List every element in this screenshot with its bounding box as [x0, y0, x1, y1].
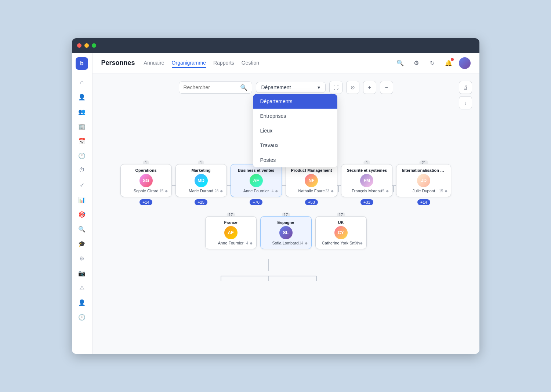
- main-content: Personnes Annuaire Organigramme Rapports…: [93, 53, 479, 354]
- nav-annuaire[interactable]: Annuaire: [144, 58, 164, 68]
- intl-col: 21 Internationalisation Business St... J…: [396, 164, 451, 205]
- ops-wrapper: 1 Opérations SG Sophie Girard 15 ☻: [120, 164, 172, 197]
- sec-title: Sécurité et systèmes: [347, 168, 387, 173]
- mkt-col: 1 Marketing MD Marie Durand 28 ☻ +25: [175, 164, 227, 205]
- intl-wrapper: 21 Internationalisation Business St... J…: [396, 164, 451, 197]
- sidebar-item-user[interactable]: 👤: [75, 296, 88, 309]
- refresh-button[interactable]: ↻: [427, 57, 438, 69]
- intl-avatar: JD: [417, 174, 430, 187]
- uk-col: 17 UK CY Catherine York Smith 24 ☻: [315, 216, 367, 249]
- sec-people: 15 ☻: [380, 189, 389, 193]
- sidebar-item-org[interactable]: 🏢: [75, 120, 88, 133]
- dropdown-option-departements[interactable]: Départements: [253, 94, 337, 109]
- app-layout: b ⌂ 👤 👥 🏢 📅 🕐 ⏱ ✓ 📊 🎯 🔍 🎓 ⚙ 📷 ⚠ 👤 🕑 Pers…: [72, 53, 479, 354]
- user-avatar[interactable]: [459, 57, 471, 69]
- logo[interactable]: b: [76, 57, 88, 70]
- pm-node[interactable]: Product Management NF Nathalie Faure 23 …: [286, 164, 338, 197]
- dropdown-option-travaux[interactable]: Travaux: [253, 138, 337, 153]
- add-button[interactable]: +: [363, 81, 376, 94]
- ops-node[interactable]: Opérations SG Sophie Girard 15 ☻: [120, 164, 172, 197]
- sidebar-item-alert[interactable]: ⚠: [75, 281, 88, 294]
- settings-button[interactable]: ⚙: [410, 57, 422, 69]
- sec-wrapper: 1 Sécurité et systèmes FM François Morea…: [341, 164, 392, 197]
- level2-row: 1 Opérations SG Sophie Girard 15 ☻ +14: [100, 164, 472, 205]
- uk-node[interactable]: UK CY Catherine York Smith 24 ☻: [315, 216, 367, 249]
- sidebar-item-clock[interactable]: 🕐: [75, 149, 88, 162]
- ops-title: Opérations: [126, 168, 166, 173]
- ops-avatar: SG: [139, 174, 153, 187]
- remove-button[interactable]: −: [380, 81, 393, 94]
- nav-organigramme[interactable]: Organigramme: [172, 58, 206, 68]
- dropdown-label: Département: [261, 84, 291, 90]
- pm-wrapper: 1 Product Management NF Nathalie Faure 2…: [286, 164, 338, 197]
- sidebar-item-check[interactable]: ✓: [75, 178, 88, 192]
- mkt-title: Marketing: [181, 168, 221, 173]
- page-title: Personnes: [101, 59, 135, 67]
- espagne-node[interactable]: Espagne SL Sofia Lombardi 14 ☻: [260, 216, 312, 249]
- sidebar-item-grad[interactable]: 🎓: [75, 237, 88, 250]
- intl-title: Internationalisation Business St...: [402, 168, 446, 173]
- mkt-wrapper: 1 Marketing MD Marie Durand 28 ☻: [175, 164, 227, 197]
- espagne-title: Espagne: [266, 220, 306, 225]
- biz-expand[interactable]: +70: [250, 199, 262, 205]
- intl-expand[interactable]: +14: [417, 199, 430, 205]
- app-window: b ⌂ 👤 👥 🏢 📅 🕐 ⏱ ✓ 📊 🎯 🔍 🎓 ⚙ 📷 ⚠ 👤 🕑 Pers…: [72, 38, 479, 354]
- intl-node[interactable]: Internationalisation Business St... JD J…: [396, 164, 451, 197]
- mkt-node[interactable]: Marketing MD Marie Durand 28 ☻: [175, 164, 227, 197]
- department-dropdown[interactable]: Département ▾: [256, 82, 326, 93]
- sec-node[interactable]: Sécurité et systèmes FM François Moreau …: [341, 164, 392, 197]
- sec-expand[interactable]: +31: [360, 199, 373, 205]
- sidebar-item-calendar[interactable]: 📅: [75, 134, 88, 148]
- topbar-actions: 🔍 ⚙ ↻ 🔔: [394, 57, 471, 69]
- top-nav: Annuaire Organigramme Rapports Gestion: [144, 58, 259, 68]
- biz-person: Anne Fournier: [236, 189, 276, 193]
- france-node[interactable]: France AF Anne Fournier 4 ☻: [205, 216, 257, 249]
- notification-button[interactable]: 🔔: [443, 57, 454, 69]
- pm-title: Product Management: [291, 168, 332, 173]
- canvas-area: 🔍 Département ▾ ⛶ ⊙ + − 🖨 ↓: [93, 73, 479, 354]
- biz-wrapper: 1 Business et ventes AF Anne Fournier 4 …: [231, 164, 282, 197]
- sidebar-item-history[interactable]: 🕑: [75, 311, 88, 324]
- dropdown-option-lieux[interactable]: Lieux: [253, 123, 337, 138]
- nav-rapports[interactable]: Rapports: [213, 58, 234, 68]
- mkt-avatar: MD: [195, 174, 208, 187]
- minimize-dot[interactable]: [84, 43, 89, 48]
- search-input[interactable]: [184, 84, 237, 90]
- pm-col: 1 Product Management NF Nathalie Faure 2…: [286, 164, 338, 205]
- nav-gestion[interactable]: Gestion: [242, 58, 259, 68]
- sidebar-item-people[interactable]: 👥: [75, 105, 88, 118]
- sidebar-item-clock2[interactable]: ⏱: [75, 164, 88, 177]
- france-title: France: [211, 220, 251, 225]
- ops-people: 15 ☻: [159, 189, 168, 193]
- search-box[interactable]: 🔍: [179, 81, 252, 94]
- pm-expand[interactable]: +53: [305, 199, 318, 205]
- sidebar-item-person[interactable]: 👤: [75, 90, 88, 104]
- sec-avatar: FM: [360, 174, 373, 187]
- ops-col: 1 Opérations SG Sophie Girard 15 ☻ +14: [120, 164, 172, 205]
- search-icon: 🔍: [240, 84, 247, 91]
- sidebar-item-search[interactable]: 🔍: [75, 222, 88, 236]
- uk-avatar: CY: [334, 226, 348, 239]
- sidebar-item-hier[interactable]: ⚙: [75, 252, 88, 265]
- espagne-people: 14 ☻: [299, 241, 308, 245]
- sidebar-item-cam[interactable]: 📷: [75, 266, 88, 280]
- uk-people: 24 ☻: [354, 241, 363, 245]
- sidebar-item-chart[interactable]: 📊: [75, 193, 88, 206]
- ops-expand[interactable]: +14: [139, 199, 152, 205]
- espagne-wrapper: 17 Espagne SL Sofia Lombardi 14 ☻: [260, 216, 312, 249]
- intl-people: 15 ☻: [439, 189, 448, 193]
- dropdown-option-postes[interactable]: Postes: [253, 153, 337, 167]
- search-button[interactable]: 🔍: [394, 57, 406, 69]
- expand-view-button[interactable]: ⛶: [329, 81, 342, 94]
- mkt-expand[interactable]: +25: [195, 199, 207, 205]
- maximize-dot[interactable]: [92, 43, 96, 48]
- sidebar-item-home[interactable]: ⌂: [75, 76, 88, 89]
- biz-people: 4 ☻: [272, 189, 279, 193]
- france-person: Anne Fournier: [211, 241, 251, 245]
- settings-view-button[interactable]: ⊙: [346, 81, 359, 94]
- close-dot[interactable]: [77, 43, 81, 48]
- dropdown-option-entreprises[interactable]: Entreprises: [253, 109, 337, 123]
- sidebar-item-target[interactable]: 🎯: [75, 208, 88, 221]
- uk-title: UK: [321, 220, 361, 225]
- biz-node[interactable]: Business et ventes AF Anne Fournier 4 ☻: [231, 164, 282, 197]
